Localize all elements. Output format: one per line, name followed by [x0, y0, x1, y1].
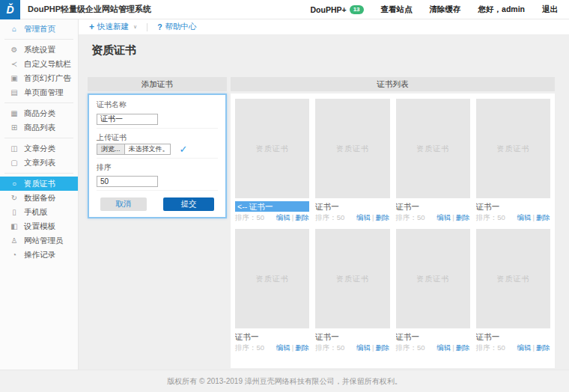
plus-icon: +	[89, 22, 94, 32]
certificate-sort: 排序：50	[396, 213, 425, 223]
submit-button[interactable]: 提交	[163, 197, 214, 211]
link-divider: |	[452, 343, 454, 352]
logout-link[interactable]: 退出	[542, 4, 558, 15]
placeholder-text: 资质证书	[416, 144, 449, 154]
sidebar-item-9[interactable]: ○ 资质证书	[0, 177, 78, 191]
placeholder-text: 资质证书	[256, 144, 289, 154]
certificate-name-group: 证书名称	[97, 100, 218, 129]
delete-link[interactable]: 删除	[376, 213, 390, 221]
copyright-text: 版权所有 © 2013-2019 漳州豆壳网络科技有限公司，并保留所有权利。	[167, 376, 402, 387]
form-actions: 取消 提交	[97, 195, 218, 211]
delete-link[interactable]: 删除	[456, 343, 470, 352]
certificate-card-2: 资质证书 证书一 排序：50 编辑|删除	[396, 99, 470, 223]
edit-link[interactable]: 编辑	[517, 213, 532, 221]
sidebar-item-7[interactable]: ◫ 文章分类	[0, 141, 78, 156]
delete-link[interactable]: 删除	[536, 213, 550, 221]
view-site-link[interactable]: 查看站点	[381, 4, 413, 15]
link-divider: |	[533, 213, 535, 221]
edit-link[interactable]: 编辑	[517, 343, 532, 352]
delete-link[interactable]: 删除	[536, 343, 550, 352]
sidebar-item-0[interactable]: ⌂ 管理首页	[0, 22, 78, 36]
certificate-card-7: 资质证书 证书一 排序：50 编辑|删除	[476, 229, 550, 353]
certificate-card-5: 资质证书 证书一 排序：50 编辑|删除	[315, 229, 389, 353]
delete-link[interactable]: 删除	[295, 343, 309, 352]
upload-certificate-group: 上传证书 浏览... 未选择文件。 ✓	[97, 133, 218, 159]
share-icon: ≺	[10, 60, 19, 68]
sidebar-item-4[interactable]: ▤ 单页面管理	[0, 85, 78, 99]
link-divider: |	[533, 343, 535, 352]
image-icon: ▣	[10, 74, 19, 82]
certificate-placeholder-image: 资质证书	[476, 229, 550, 328]
quick-toolbar: + 快速新建 ∨ ? 帮助中心	[79, 19, 569, 35]
mobile-icon: ▯	[10, 208, 19, 216]
sidebar-item-13[interactable]: ♙ 网站管理员	[0, 233, 78, 248]
sort-input[interactable]	[97, 176, 158, 187]
certificate-name: 证书一	[396, 331, 470, 342]
backup-icon: ↻	[10, 194, 19, 202]
certificate-card-3: 资质证书 证书一 排序：50 编辑|删除	[476, 99, 550, 223]
douphp-plus-link[interactable]: DouPHP+ 13	[311, 5, 364, 14]
page-icon: ▤	[10, 88, 19, 97]
clear-cache-link[interactable]: 清除缓存	[430, 4, 461, 15]
placeholder-text: 资质证书	[336, 144, 369, 154]
certificate-card-6: 资质证书 证书一 排序：50 编辑|删除	[396, 229, 470, 353]
sidebar-item-11[interactable]: ▯ 手机版	[0, 205, 78, 219]
sidebar-item-6[interactable]: ⊞ 商品列表	[0, 120, 78, 135]
certificate-name: 证书一	[235, 331, 309, 342]
no-file-text: 未选择文件。	[125, 144, 170, 154]
template-icon: ◧	[10, 222, 19, 230]
edit-link[interactable]: 编辑	[356, 343, 371, 352]
certificate-name-label: 证书名称	[97, 100, 218, 108]
sort-label: 排序	[97, 163, 218, 171]
certificate-name-input[interactable]	[97, 114, 158, 125]
certificate-sort: 排序：50	[315, 213, 344, 223]
cancel-button[interactable]: 取消	[100, 197, 147, 211]
delete-link[interactable]: 删除	[456, 213, 470, 221]
certificate-placeholder-image: 资质证书	[235, 99, 309, 198]
certificate-placeholder-image: 资质证书	[235, 229, 309, 328]
certificate-sort: 排序：50	[476, 343, 505, 353]
certificate-name: 证书一	[315, 331, 389, 342]
sidebar-item-5[interactable]: ▦ 商品分类	[0, 106, 78, 120]
edit-link[interactable]: 编辑	[436, 343, 451, 352]
user-greeting: 您好，admin	[478, 4, 525, 15]
help-center-label: 帮助中心	[165, 22, 197, 32]
edit-link[interactable]: 编辑	[436, 213, 451, 221]
admin-icon: ♙	[10, 236, 19, 245]
certificate-placeholder-image: 资质证书	[315, 229, 389, 328]
edit-link[interactable]: 编辑	[276, 343, 290, 352]
delete-link[interactable]: 删除	[376, 343, 390, 352]
certificate-placeholder-image: 资质证书	[476, 99, 550, 198]
edit-link[interactable]: 编辑	[276, 213, 290, 221]
link-divider: |	[372, 213, 374, 221]
douphp-logo[interactable]: Ď	[0, 0, 20, 19]
help-center-link[interactable]: ? 帮助中心	[157, 22, 196, 32]
sidebar-item-2[interactable]: ≺ 自定义导航栏	[0, 57, 78, 71]
quick-create-button[interactable]: + 快速新建 ∨	[89, 22, 137, 32]
sidebar-item-12[interactable]: ◧ 设置模板	[0, 219, 78, 233]
douphp-plus-label: DouPHP+	[311, 5, 347, 14]
page-title: 资质证书	[91, 43, 569, 58]
sidebar-divider	[4, 138, 73, 138]
browse-button[interactable]: 浏览...	[97, 144, 125, 154]
chevron-down-icon: ∨	[133, 24, 137, 30]
placeholder-text: 资质证书	[256, 274, 289, 284]
sidebar-item-14[interactable]: ◔ 操作记录	[0, 248, 78, 262]
grid-icon: ▦	[10, 109, 19, 117]
add-panel-header: 添加证书	[88, 77, 227, 91]
sidebar-item-1[interactable]: ⚙ 系统设置	[0, 43, 78, 57]
sidebar-item-10[interactable]: ↻ 数据备份	[0, 191, 78, 205]
placeholder-text: 资质证书	[416, 274, 449, 284]
placeholder-text: 资质证书	[336, 274, 369, 284]
footer: 版权所有 © 2013-2019 漳州豆壳网络科技有限公司，并保留所有权利。	[0, 370, 569, 392]
main-area: ⌂ 管理首页 ⚙ 系统设置 ≺ 自定义导航栏 ▣ 首页幻灯广告 ▤ 单页面管理 …	[0, 19, 569, 370]
certificate-placeholder-image: 资质证书	[396, 99, 470, 198]
sidebar-item-8[interactable]: ▢ 文章列表	[0, 156, 78, 170]
edit-link[interactable]: 编辑	[356, 213, 371, 221]
certificate-file-input[interactable]: 浏览... 未选择文件。	[97, 144, 171, 155]
book-icon: ◫	[10, 144, 19, 153]
delete-link[interactable]: 删除	[295, 213, 309, 221]
sidebar-item-3[interactable]: ▣ 首页幻灯广告	[0, 71, 78, 85]
top-bar: Ď DouPHP轻量级企业网站管理系统 DouPHP+ 13 查看站点 清除缓存…	[0, 0, 569, 19]
certificate-grid: 资质证书 <-- 证书一 排序：50 编辑|删除 资质证书 证书一 排序：50 …	[231, 94, 555, 368]
